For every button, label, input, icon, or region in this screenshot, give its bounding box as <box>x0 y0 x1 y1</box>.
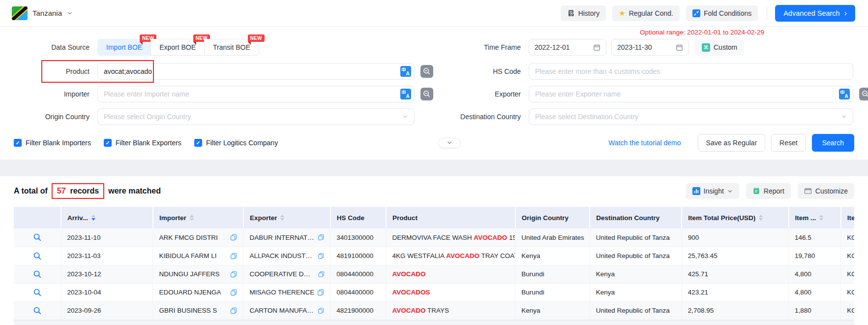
filter-options-row: ✓ Filter Blank Importers ✓ Filter Blank … <box>14 134 854 152</box>
cell-importer: NDUNGU JAFFERS <box>153 265 243 283</box>
search-button[interactable]: Search <box>812 134 854 152</box>
tab-export-boe[interactable]: Export BOE NEW <box>150 39 205 56</box>
copy-icon[interactable] <box>230 271 237 278</box>
custom-label: Custom <box>714 43 737 51</box>
regular-cond-button[interactable]: ★ Regular Cond. <box>612 5 680 21</box>
cell-product: AVOCADO <box>386 265 515 283</box>
row-search-icon[interactable] <box>33 288 42 297</box>
history-label: History <box>578 9 600 17</box>
col-header-arriv[interactable]: Arriv... <box>61 207 153 228</box>
col-header-product: Product <box>386 207 515 228</box>
exclude-search-button[interactable] <box>420 88 433 100</box>
red-annotation-count-box: 57 records <box>52 183 105 199</box>
col-label: Item Quan <box>847 214 854 222</box>
sort-icons <box>759 215 763 221</box>
importer-input[interactable] <box>97 86 415 102</box>
cell-destination-country: Kenya <box>590 283 682 301</box>
product-row: Product A <box>14 63 854 80</box>
product-text: 4KG WESTFALIA <box>392 252 446 260</box>
checkbox-filter-logitics-company[interactable]: ✓ Filter Logitics Company <box>194 139 278 147</box>
col-header-exporter[interactable]: Exporter <box>243 207 330 228</box>
country-row: Origin Country Please select Origin Coun… <box>14 108 854 125</box>
translate-icon[interactable]: A <box>839 89 850 99</box>
results-panel: A total of 57 records were matched Insig… <box>0 176 868 325</box>
importer-name: EDOUARD NJENGA <box>159 289 221 296</box>
date-start-input[interactable]: 2022-12-01 <box>529 39 606 56</box>
fold-conditions-button[interactable]: Fold Conditions <box>686 5 758 21</box>
checkbox-filter-blank-importers[interactable]: ✓ Filter Blank Importers <box>14 139 91 147</box>
customize-button[interactable]: Customize <box>798 183 854 199</box>
country-selector[interactable]: Tanzania <box>12 6 73 20</box>
cell-product: DERMOVIVA FACE WASH AVOCADO 15 <box>386 228 515 247</box>
tab-label: Export BOE <box>159 43 196 51</box>
copy-icon[interactable] <box>230 289 237 296</box>
copy-icon[interactable] <box>230 253 237 260</box>
custom-range-button[interactable]: ⌘ Custom <box>695 39 744 56</box>
customize-label: Customize <box>815 187 848 195</box>
history-icon <box>567 9 575 17</box>
reset-button[interactable]: Reset <box>771 134 806 152</box>
table-row: 2023-11-10ARK FMCG DISTRIDABUR INTERNATI… <box>14 228 854 247</box>
date-end-input[interactable]: 2023-11-30 <box>611 39 689 56</box>
sort-icons <box>280 215 284 221</box>
save-as-regular-button[interactable]: Save as Regular <box>698 134 766 152</box>
custom-icon: ⌘ <box>702 43 710 52</box>
chevron-right-icon: › <box>844 9 847 17</box>
tab-import-boe[interactable]: Import BOE NEW <box>97 39 151 56</box>
cell-item-total-price: 900 <box>682 228 788 247</box>
collapse-conditions-toggle[interactable] <box>438 138 461 148</box>
col-header-origin-country: Origin Country <box>515 207 590 228</box>
cell-item-value: 146.5 <box>789 228 841 247</box>
exporter-name: DABUR INTERNATION <box>249 234 315 241</box>
col-header-item-total-price-usd[interactable]: Item Total Price(USD) <box>682 207 788 228</box>
exclude-search-button[interactable] <box>420 65 433 78</box>
copy-icon[interactable] <box>317 289 324 296</box>
cell-destination-country: United Republic of Tanza <box>590 228 682 247</box>
hs-code-input[interactable] <box>529 63 853 80</box>
checkbox-filter-blank-exporters[interactable]: ✓ Filter Blank Exporters <box>104 139 181 147</box>
cell-exporter: CARTON MANUFACTU <box>243 301 330 320</box>
chevron-down-icon <box>841 114 847 120</box>
cell-hs-code: 3401300000 <box>330 228 386 247</box>
product-input[interactable] <box>97 63 415 80</box>
exclude-search-button[interactable] <box>859 88 868 100</box>
copy-icon[interactable] <box>318 307 324 314</box>
copy-icon[interactable] <box>318 234 324 241</box>
sort-icons <box>819 215 823 221</box>
tab-label: Transit BOE <box>213 43 250 51</box>
translate-icon[interactable]: A <box>400 89 411 99</box>
copy-icon[interactable] <box>318 253 324 260</box>
origin-country-select[interactable]: Please select Origin Country <box>97 108 415 125</box>
col-header-importer[interactable]: Importer <box>153 207 243 228</box>
report-button[interactable]: Report <box>746 183 791 199</box>
copy-icon[interactable] <box>230 307 237 314</box>
row-search-icon[interactable] <box>33 306 42 315</box>
tab-transit-boe[interactable]: Transit BOE NEW <box>204 39 259 56</box>
insight-label: Insight <box>704 187 724 195</box>
row-search-icon[interactable] <box>33 233 42 242</box>
fold-icon <box>692 9 700 17</box>
insight-button[interactable]: Insight <box>686 183 739 199</box>
exporter-input[interactable] <box>529 86 853 102</box>
destination-country-placeholder: Please select Destination Country <box>535 113 638 121</box>
cell-arrival-date: 2023-10-12 <box>61 265 153 283</box>
history-button[interactable]: History <box>561 5 606 21</box>
origin-country-placeholder: Please select Origin Country <box>104 113 191 121</box>
product-text: TRAYS <box>425 307 449 314</box>
tutorial-demo-link[interactable]: Watch the tutorial demo <box>608 139 681 147</box>
copy-icon[interactable] <box>318 271 325 278</box>
row-search-icon[interactable] <box>33 252 42 260</box>
cell-hs-code: 0804400000 <box>330 283 386 301</box>
cell-origin-country: Kenya <box>515 301 590 320</box>
results-summary: A total of 57 records were matched <box>14 183 161 199</box>
translate-icon[interactable]: A <box>400 66 411 77</box>
destination-country-select[interactable]: Please select Destination Country <box>529 108 853 125</box>
advanced-search-button[interactable]: Advanced Search › <box>775 5 855 22</box>
product-label: Product <box>14 67 97 75</box>
col-label: Destination Country <box>596 214 659 222</box>
row-search-icon[interactable] <box>33 270 42 279</box>
cell-item-total-price: 425.71 <box>682 265 788 283</box>
copy-icon[interactable] <box>230 234 237 241</box>
col-header-item[interactable]: Item ... <box>789 207 841 228</box>
calendar-icon <box>676 44 683 51</box>
